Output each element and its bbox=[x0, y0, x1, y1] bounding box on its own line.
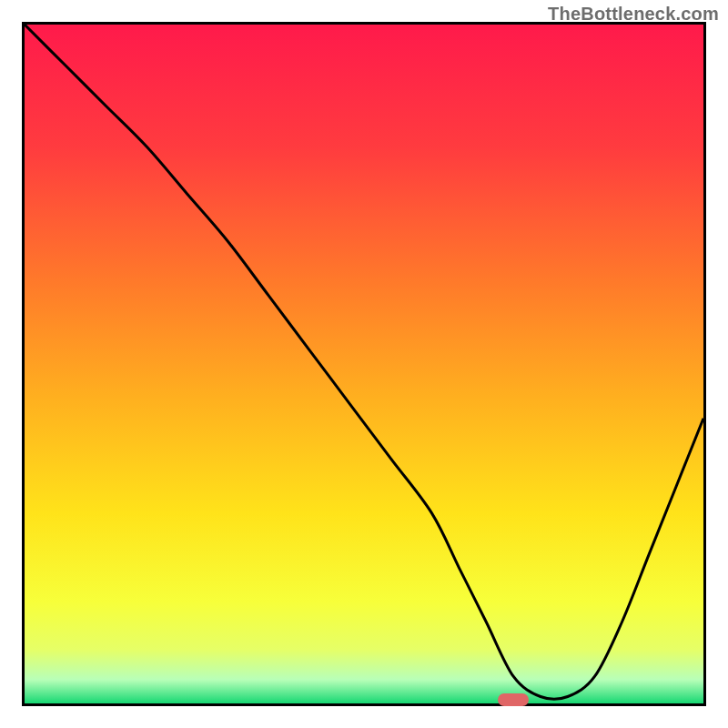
plot-frame bbox=[22, 22, 706, 706]
curve-layer bbox=[25, 25, 703, 703]
bottleneck-curve bbox=[25, 25, 703, 699]
optimal-marker bbox=[498, 693, 529, 706]
plot-area bbox=[25, 25, 703, 703]
figure-root: TheBottleneck.com bbox=[0, 0, 728, 728]
